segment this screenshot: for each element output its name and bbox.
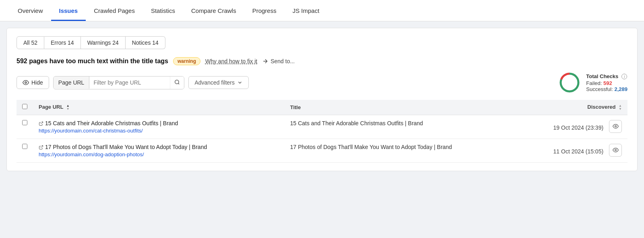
donut-chart [559, 72, 580, 93]
url-filter-group: Page URL [53, 76, 185, 89]
table-row: 17 Photos of Dogs That'll Make You Want … [17, 139, 627, 162]
th-page-url[interactable]: Page URL ▲ ▼ [33, 100, 285, 115]
nav-compare-crawls[interactable]: Compare Crawls [183, 0, 244, 21]
eye-icon [23, 79, 29, 86]
checks-info: Total Checks i Failed: 592 Successful: 2… [586, 73, 627, 92]
row-page-url-cell: 17 Photos of Dogs That'll Make You Want … [33, 139, 285, 162]
search-icon [174, 79, 180, 85]
row-checkbox-cell [17, 139, 33, 162]
tab-all[interactable]: All 52 [17, 36, 44, 49]
row-checkbox[interactable] [22, 120, 27, 125]
tab-notices[interactable]: Notices 14 [126, 36, 165, 49]
row-checkbox[interactable] [22, 144, 27, 149]
main-content: All 52 Errors 14 Warnings 24 Notices 14 … [6, 28, 638, 171]
tab-errors[interactable]: Errors 14 [44, 36, 81, 49]
external-link-icon [39, 145, 43, 150]
search-button[interactable] [170, 77, 184, 89]
issue-header: 592 pages have too much text within the … [17, 57, 627, 65]
checks-success-line: Successful: 2,289 [586, 86, 627, 92]
nav-statistics[interactable]: Statistics [143, 0, 183, 21]
total-checks: Total Checks i Failed: 592 Successful: 2… [559, 72, 627, 93]
filter-tabs: All 52 Errors 14 Warnings 24 Notices 14 [17, 36, 627, 49]
svg-point-8 [615, 149, 616, 151]
nav-progress[interactable]: Progress [244, 0, 285, 21]
checks-failed-line: Failed: 592 [586, 80, 627, 86]
results-table: Page URL ▲ ▼ Title Discovered ▲ ▼ [17, 100, 627, 163]
nav-overview[interactable]: Overview [10, 0, 51, 21]
page-url-text: 15 Cats and Their Adorable Christmas Out… [39, 120, 279, 126]
info-icon[interactable]: i [621, 74, 627, 79]
chevron-down-icon [237, 80, 243, 85]
svg-line-5 [41, 122, 43, 124]
row-title-cell: 17 Photos of Dogs That'll Make You Want … [285, 139, 496, 162]
svg-point-0 [25, 82, 27, 83]
th-checkbox [17, 100, 33, 115]
row-checkbox-cell [17, 115, 33, 139]
hide-button[interactable]: Hide [17, 76, 49, 89]
th-discovered[interactable]: Discovered ▲ ▼ [496, 100, 627, 115]
row-page-url-cell: 15 Cats and Their Adorable Christmas Out… [33, 115, 285, 139]
url-filter-input[interactable] [89, 77, 170, 89]
sort-arrows-discovered: ▲ ▼ [619, 104, 622, 111]
svg-point-1 [175, 80, 179, 83]
send-icon [262, 58, 268, 64]
sort-arrows-url: ▲ ▼ [66, 104, 70, 111]
send-to-button[interactable]: Send to... [262, 58, 295, 64]
row-title-cell: 15 Cats and Their Adorable Christmas Out… [285, 115, 496, 139]
filter-label: Page URL [54, 77, 90, 89]
table-row: 15 Cats and Their Adorable Christmas Out… [17, 115, 627, 139]
nav-crawled-pages[interactable]: Crawled Pages [86, 0, 143, 21]
nav-js-impact[interactable]: JS Impact [285, 0, 328, 21]
eye-icon [613, 147, 619, 153]
svg-line-7 [41, 145, 43, 148]
eye-icon [613, 123, 619, 129]
row-discovered-cell: 11 Oct 2024 (15:05) [496, 139, 627, 162]
controls-row: Hide Page URL Advanced filters [17, 72, 627, 93]
page-url-text: 17 Photos of Dogs That'll Make You Want … [39, 144, 279, 150]
advanced-filters-button[interactable]: Advanced filters [188, 76, 249, 89]
row-eye-button[interactable] [609, 144, 622, 157]
page-url-link[interactable]: https://yourdomain.com/dog-adoption-phot… [39, 151, 279, 157]
svg-point-6 [615, 126, 616, 127]
th-title: Title [285, 100, 496, 115]
page-url-link[interactable]: https://yourdomain.com/cat-christmas-out… [39, 128, 279, 134]
row-eye-button[interactable] [609, 120, 622, 133]
tab-warnings[interactable]: Warnings 24 [81, 36, 126, 49]
why-fix-link[interactable]: Why and how to fix it [205, 58, 257, 64]
nav-bar: Overview Issues Crawled Pages Statistics… [0, 0, 644, 21]
row-discovered-cell: 19 Oct 2024 (23:39) [496, 115, 627, 139]
warning-badge: warning [173, 57, 200, 65]
external-link-icon [39, 121, 43, 126]
nav-issues[interactable]: Issues [51, 0, 86, 21]
issue-title: 592 pages have too much text within the … [17, 58, 168, 65]
select-all-checkbox[interactable] [22, 104, 27, 109]
